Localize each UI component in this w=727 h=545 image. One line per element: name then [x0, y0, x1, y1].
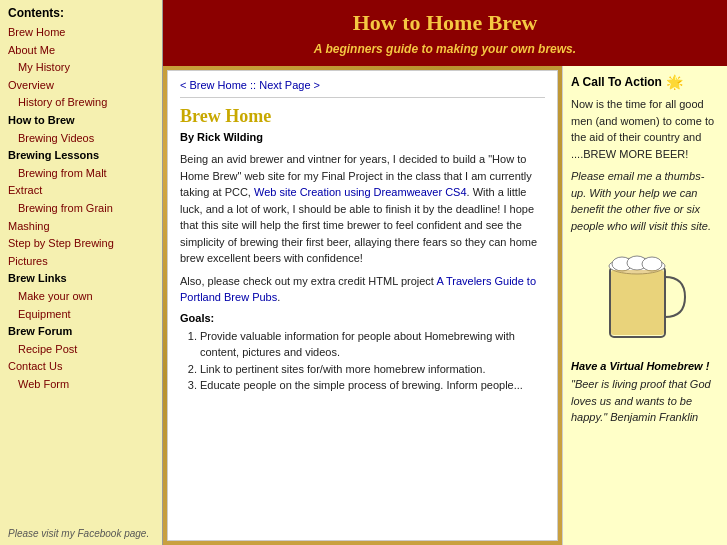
sidebar-nav: Brew HomeAbout MeMy HistoryOverviewHisto…: [8, 24, 154, 393]
sidebar-nav-item[interactable]: History of Brewing: [8, 94, 154, 112]
sidebar-nav-item[interactable]: About Me: [8, 42, 154, 60]
facebook-note: Please visit my Facebook page.: [8, 520, 154, 539]
call-to-action-title: A Call To Action 🌟: [571, 74, 719, 90]
main-content: How to Home Brew A beginners guide to ma…: [163, 0, 727, 545]
sidebar-title: Contents:: [8, 6, 154, 20]
sidebar-nav-item[interactable]: Contact Us: [8, 358, 154, 376]
svg-rect-5: [611, 270, 664, 335]
goal-item-1: Provide valuable information for people …: [200, 328, 545, 361]
sidebar-nav-item[interactable]: My History: [8, 59, 154, 77]
beer-mug-image: [600, 242, 690, 352]
content-area: < Brew Home :: Next Page > Brew Home By …: [163, 66, 727, 545]
sidebar-nav-item[interactable]: Overview: [8, 77, 154, 95]
sidebar-nav-item[interactable]: Brewing Videos: [8, 130, 154, 148]
breadcrumb-home[interactable]: < Brew Home: [180, 79, 247, 91]
left-sidebar: Contents: Brew HomeAbout MeMy HistoryOve…: [0, 0, 163, 545]
sidebar-nav-item[interactable]: Web Form: [8, 376, 154, 394]
center-content: < Brew Home :: Next Page > Brew Home By …: [167, 70, 558, 541]
sidebar-nav-item[interactable]: Recipe Post: [8, 341, 154, 359]
page-title: How to Home Brew: [183, 10, 707, 36]
dreamweaver-link[interactable]: Web site Creation using Dreamweaver CS4: [254, 186, 467, 198]
tagline: A beginners guide to making your own bre…: [183, 42, 707, 56]
sidebar-nav-item[interactable]: Equipment: [8, 306, 154, 324]
article-title: Brew Home: [180, 106, 545, 127]
page-header: How to Home Brew A beginners guide to ma…: [163, 0, 727, 66]
email-link[interactable]: email me: [608, 170, 653, 182]
sidebar-nav-item[interactable]: Brewing from Malt: [8, 165, 154, 183]
action-icon: 🌟: [666, 74, 683, 90]
goal-item-3: Educate people on the simple process of …: [200, 377, 545, 394]
breadcrumb: < Brew Home :: Next Page >: [180, 79, 545, 98]
sidebar-nav-item[interactable]: Brew Forum: [8, 323, 154, 341]
svg-point-4: [642, 257, 662, 271]
article-paragraph1: Being an avid brewer and vintner for yea…: [180, 151, 545, 267]
sidebar-nav-item[interactable]: Pictures: [8, 253, 154, 271]
goal-item-2: Link to pertinent sites for/with more ho…: [200, 361, 545, 378]
right-paragraph1: Now is the time for all good men (and wo…: [571, 96, 719, 162]
right-paragraph2: Please email me a thumbs-up. With your h…: [571, 168, 719, 234]
right-sidebar: A Call To Action 🌟 Now is the time for a…: [562, 66, 727, 545]
sidebar-nav-item[interactable]: Mashing: [8, 218, 154, 236]
virtual-brew-label: Have a Virtual Homebrew !: [571, 360, 719, 372]
sidebar-nav-item[interactable]: Make your own: [8, 288, 154, 306]
goals-list: Provide valuable information for people …: [180, 328, 545, 394]
sidebar-nav-item[interactable]: Brew Links: [8, 270, 154, 288]
sidebar-nav-item[interactable]: Brew Home: [8, 24, 154, 42]
goals-title: Goals:: [180, 312, 545, 324]
sidebar-nav-item[interactable]: Brewing from Grain: [8, 200, 154, 218]
quote-text: "Beer is living proof that God loves us …: [571, 376, 719, 426]
sidebar-nav-item[interactable]: Extract: [8, 182, 154, 200]
sidebar-nav-item[interactable]: Step by Step Brewing: [8, 235, 154, 253]
breadcrumb-next[interactable]: :: Next Page >: [250, 79, 320, 91]
article-paragraph2: Also, please check out my extra credit H…: [180, 273, 545, 306]
sidebar-nav-item[interactable]: Brewing Lessons: [8, 147, 154, 165]
sidebar-nav-item[interactable]: How to Brew: [8, 112, 154, 130]
article-author: By Rick Wilding: [180, 131, 545, 143]
